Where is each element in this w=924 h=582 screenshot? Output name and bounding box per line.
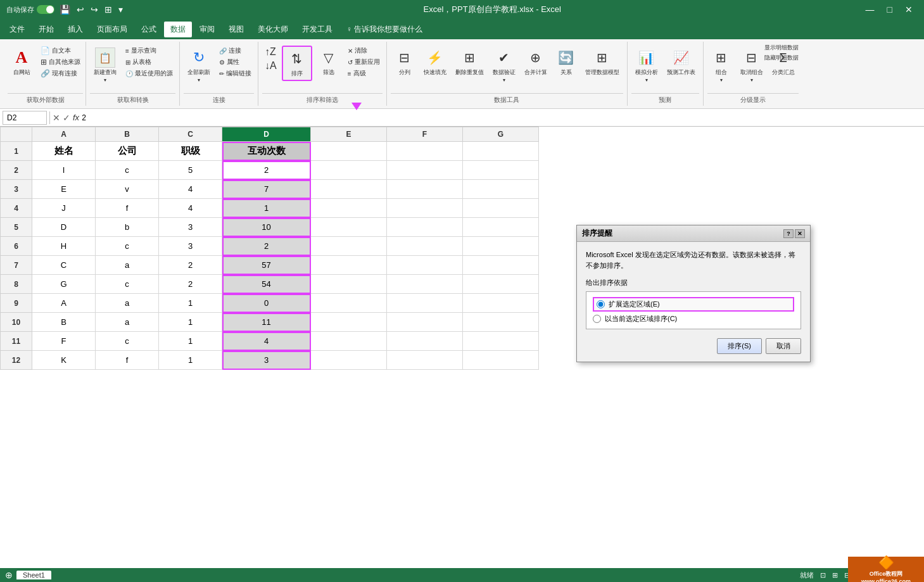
menu-search[interactable]: ♀ 告诉我你想要做什么 <box>340 22 429 37</box>
cell-9-E[interactable] <box>311 294 387 313</box>
cell-12-F[interactable] <box>387 351 463 370</box>
cell-10-E[interactable] <box>311 313 387 332</box>
current-radio[interactable] <box>593 315 601 323</box>
split-button[interactable]: ⊟ 分列 <box>391 46 419 79</box>
dialog-help-icon[interactable]: ? <box>783 229 794 238</box>
row-header-2[interactable]: 2 <box>1 161 32 180</box>
cell-1-D[interactable]: 互动次数 <box>222 142 311 161</box>
flash-fill-button[interactable]: ⚡ 快速填充 <box>420 46 450 79</box>
cell-2-G[interactable] <box>463 161 539 180</box>
col-header-B[interactable]: B <box>96 127 159 142</box>
sort-za-button[interactable]: ↓A <box>262 60 279 72</box>
forecast-button[interactable]: 📈 预测工作表 <box>663 46 699 79</box>
dialog-close-icon[interactable]: ✕ <box>795 229 805 238</box>
existing-connections-button[interactable]: 🔗 现有连接 <box>38 68 83 79</box>
data-model-button[interactable]: ⊞ 管理数据模型 <box>581 46 623 79</box>
row-header-10[interactable]: 10 <box>1 313 32 332</box>
cell-3-E[interactable] <box>311 180 387 199</box>
cancel-button[interactable]: 取消 <box>766 338 801 354</box>
dropdown-icon[interactable]: ▾ <box>118 4 123 15</box>
recent-sources-button[interactable]: 🕐 最近使用的源 <box>123 68 175 79</box>
cell-8-B[interactable]: c <box>96 275 159 294</box>
cell-1-E[interactable] <box>311 142 387 161</box>
fx-icon[interactable]: fx <box>73 113 79 122</box>
cell-10-D[interactable]: 11 <box>222 313 311 332</box>
access-button[interactable]: A 自网站 <box>8 46 35 79</box>
row-header-4[interactable]: 4 <box>1 199 32 218</box>
formula-content[interactable]: 2 <box>82 113 921 122</box>
cell-6-C[interactable]: 3 <box>159 237 222 256</box>
cell-12-B[interactable]: f <box>96 351 159 370</box>
edit-links-button[interactable]: ✏ 编辑链接 <box>217 68 254 79</box>
cell-11-A[interactable]: F <box>32 332 96 351</box>
row-header-12[interactable]: 12 <box>1 351 32 370</box>
cell-11-C[interactable]: 1 <box>159 332 222 351</box>
cell-6-B[interactable]: c <box>96 237 159 256</box>
cell-12-C[interactable]: 1 <box>159 351 222 370</box>
cell-6-A[interactable]: H <box>32 237 96 256</box>
col-header-F[interactable]: F <box>387 127 463 142</box>
cell-1-C[interactable]: 职级 <box>159 142 222 161</box>
cell-5-E[interactable] <box>311 218 387 237</box>
cell-10-G[interactable] <box>463 313 539 332</box>
cell-8-D[interactable]: 54 <box>222 275 311 294</box>
cell-3-G[interactable] <box>463 180 539 199</box>
cell-7-C[interactable]: 2 <box>159 256 222 275</box>
cell-8-F[interactable] <box>387 275 463 294</box>
row-header-6[interactable]: 6 <box>1 237 32 256</box>
other-sources-button[interactable]: ⊞ 自其他来源 <box>38 57 83 67</box>
cancel-formula-icon[interactable]: ✕ <box>53 113 60 123</box>
cell-1-F[interactable] <box>387 142 463 161</box>
cell-7-D[interactable]: 57 <box>222 256 311 275</box>
from-table-button[interactable]: ⊞ 从表格 <box>123 57 175 67</box>
remove-dup-button[interactable]: ⊞ 删除重复值 <box>452 46 488 79</box>
cell-5-C[interactable]: 3 <box>159 218 222 237</box>
cell-4-E[interactable] <box>311 199 387 218</box>
col-header-D[interactable]: D <box>222 127 311 142</box>
cell-4-A[interactable]: J <box>32 199 96 218</box>
cell-5-F[interactable] <box>387 218 463 237</box>
sheet-tab-1[interactable]: Sheet1 <box>16 571 51 579</box>
cell-10-F[interactable] <box>387 313 463 332</box>
cell-7-E[interactable] <box>311 256 387 275</box>
refresh-all-button[interactable]: ↻ 全部刷新 ▾ <box>184 46 214 85</box>
close-button[interactable]: ✕ <box>900 3 918 16</box>
advanced-button[interactable]: ≡ 高级 <box>345 68 383 79</box>
cell-11-F[interactable] <box>387 332 463 351</box>
cell-5-G[interactable] <box>463 218 539 237</box>
view-normal[interactable]: ⊡ <box>820 571 826 579</box>
cell-3-C[interactable]: 4 <box>159 180 222 199</box>
cell-10-B[interactable]: a <box>96 313 159 332</box>
clear-button[interactable]: ✕ 清除 <box>345 46 383 56</box>
sort-az-button[interactable]: ↑Z <box>262 46 279 58</box>
cell-6-E[interactable] <box>311 237 387 256</box>
cell-10-C[interactable]: 1 <box>159 313 222 332</box>
minimize-button[interactable]: — <box>861 3 880 16</box>
show-detail-button[interactable]: 显示明细数据 <box>762 43 801 53</box>
cell-11-G[interactable] <box>463 332 539 351</box>
col-header-C[interactable]: C <box>159 127 222 142</box>
cell-9-C[interactable]: 1 <box>159 294 222 313</box>
cell-5-B[interactable]: b <box>96 218 159 237</box>
cell-9-G[interactable] <box>463 294 539 313</box>
cell-3-F[interactable] <box>387 180 463 199</box>
save-icon[interactable]: 💾 <box>60 4 70 15</box>
cell-2-E[interactable] <box>311 161 387 180</box>
cell-9-F[interactable] <box>387 294 463 313</box>
new-query-button[interactable]: 📋 新建查询 ▾ <box>90 46 120 85</box>
confirm-formula-icon[interactable]: ✓ <box>63 113 70 123</box>
cell-7-B[interactable]: a <box>96 256 159 275</box>
menu-dev[interactable]: 开发工具 <box>296 22 339 37</box>
expand-radio[interactable] <box>597 300 605 308</box>
autosave-pill[interactable] <box>37 5 54 14</box>
col-header-A[interactable]: A <box>32 127 96 142</box>
cell-12-D[interactable]: 3 <box>222 351 311 370</box>
col-header-G[interactable]: G <box>463 127 539 142</box>
cell-10-A[interactable]: B <box>32 313 96 332</box>
cell-4-D[interactable]: 1 <box>222 199 311 218</box>
cell-12-E[interactable] <box>311 351 387 370</box>
cell-2-A[interactable]: I <box>32 161 96 180</box>
cell-2-C[interactable]: 5 <box>159 161 222 180</box>
menu-home[interactable]: 开始 <box>32 22 60 37</box>
menu-insert[interactable]: 插入 <box>61 22 89 37</box>
